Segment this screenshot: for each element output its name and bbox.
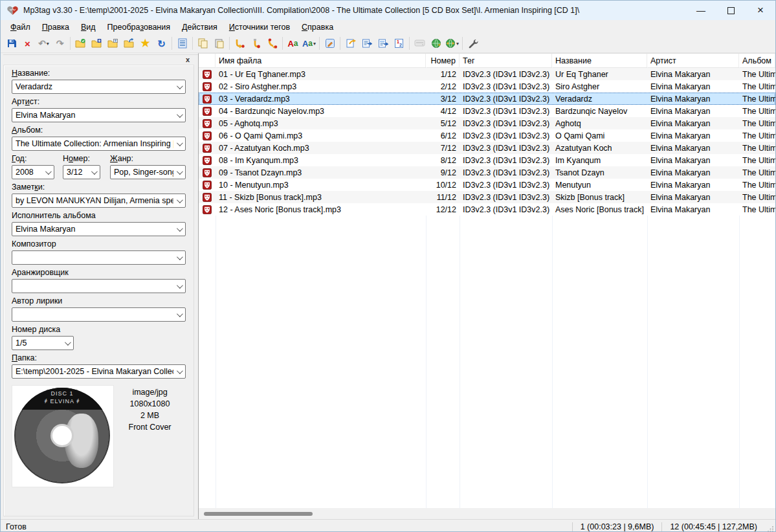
- table-row[interactable]: 07 - Azatutyan Koch.mp3 7/12 ID3v2.3 (ID…: [199, 142, 775, 154]
- table-row[interactable]: 11 - Skizb [Bonus track].mp3 11/12 ID3v2…: [199, 191, 775, 203]
- menu-convert[interactable]: Преобразования: [102, 21, 176, 33]
- header-artist[interactable]: Артист: [647, 54, 739, 67]
- chevron-down-icon[interactable]: [173, 109, 184, 122]
- header-filename[interactable]: Имя файла: [216, 54, 426, 67]
- directory-combobox[interactable]: E:\temp\2001-2025 - Elvina Makaryan Coll…: [12, 364, 186, 379]
- convert-tag-filename-icon[interactable]: [232, 36, 248, 51]
- header-icon-column[interactable]: [199, 54, 216, 67]
- menu-view[interactable]: Вид: [75, 21, 102, 33]
- composer-combobox[interactable]: [12, 250, 186, 265]
- menu-tag-sources[interactable]: Источники тегов: [223, 21, 296, 33]
- refresh-icon[interactable]: ↻: [153, 36, 170, 51]
- cell-filename: 01 - Ur Eq Tghaner.mp3: [216, 68, 426, 80]
- chevron-down-icon[interactable]: [173, 137, 184, 150]
- cd-disc-image: DISC 1҂ ELVINA ҂: [14, 388, 110, 483]
- table-row[interactable]: 06 - O Qami Qami.mp3 6/12 ID3v2.3 (ID3v1…: [199, 129, 775, 142]
- table-row[interactable]: 08 - Im Kyanqum.mp3 8/12 ID3v2.3 (ID3v1 …: [199, 154, 775, 166]
- options-icon[interactable]: [465, 36, 481, 51]
- resize-grip[interactable]: [765, 520, 775, 532]
- menu-actions[interactable]: Действия: [176, 21, 223, 33]
- table-row[interactable]: 01 - Ur Eq Tghaner.mp3 1/12 ID3v2.3 (ID3…: [199, 68, 775, 80]
- chevron-down-icon[interactable]: [173, 308, 184, 321]
- chevron-down-icon[interactable]: [173, 194, 184, 207]
- directory-label: Папка:: [12, 353, 186, 362]
- table-row[interactable]: 04 - Bardzunqic Nayelov.mp3 4/12 ID3v2.3…: [199, 105, 775, 117]
- cell-album: The Ultimate Collection: Armenian Inspir…: [739, 179, 775, 191]
- albumartist-combobox[interactable]: Elvina Makaryan: [12, 222, 186, 236]
- copy-tag-icon[interactable]: [195, 36, 211, 51]
- web-source-icon[interactable]: [428, 36, 444, 51]
- comment-combobox[interactable]: by LEVON MANUKYAN Dilijan, Armenia speci…: [12, 194, 186, 208]
- chevron-down-icon[interactable]: [173, 251, 184, 264]
- convert-filename-tag-icon[interactable]: [248, 36, 264, 51]
- convert-textfile-tag-icon[interactable]: [264, 36, 280, 51]
- header-album[interactable]: Альбом: [739, 54, 775, 67]
- track-combobox[interactable]: 3/12: [63, 165, 100, 179]
- year-combobox[interactable]: 2008: [12, 165, 54, 179]
- menu-edit[interactable]: Правка: [36, 21, 75, 33]
- mp3-file-icon: [199, 203, 216, 216]
- playlist-icon[interactable]: [359, 36, 375, 51]
- header-tag[interactable]: Тег: [460, 54, 552, 67]
- chevron-down-icon[interactable]: [42, 166, 53, 179]
- actions-icon[interactable]: Aa: [285, 36, 301, 51]
- table-row[interactable]: 10 - Menutyun.mp3 10/12 ID3v2.3 (ID3v1 I…: [199, 179, 775, 191]
- change-directory-icon[interactable]: [72, 36, 89, 51]
- header-track[interactable]: Номер: [426, 54, 460, 67]
- close-button[interactable]: ×: [746, 1, 775, 20]
- autonumbering-icon[interactable]: 12: [391, 36, 407, 51]
- status-ready: Готов: [1, 522, 572, 531]
- main-content: x Название: Veradardz Артист: Elvina Mak…: [1, 53, 775, 519]
- playlist-selected-icon[interactable]: [375, 36, 391, 51]
- artist-combobox[interactable]: Elvina Makaryan: [12, 108, 186, 122]
- export-icon[interactable]: [342, 36, 359, 51]
- maximize-button[interactable]: [716, 1, 746, 20]
- chevron-down-icon[interactable]: [173, 280, 184, 293]
- table-row[interactable]: 12 - Ases Noric [Bonus track].mp3 12/12 …: [199, 203, 775, 216]
- title-combobox[interactable]: Veradardz: [12, 80, 186, 94]
- extended-tags-icon[interactable]: [174, 36, 190, 51]
- favorite-directories-icon[interactable]: ★: [137, 36, 153, 51]
- discnumber-combobox[interactable]: 1/5: [12, 336, 74, 350]
- chevron-down-icon[interactable]: [61, 337, 72, 349]
- menu-help[interactable]: Справка: [296, 21, 339, 33]
- edit-tag-icon[interactable]: [322, 36, 338, 51]
- parent-directory-icon[interactable]: [121, 36, 137, 51]
- actions-quick-icon[interactable]: Aa▾: [301, 36, 317, 51]
- open-playlist-icon[interactable]: [105, 36, 121, 51]
- table-row[interactable]: 03 - Veradardz.mp3 3/12 ID3v2.3 (ID3v1 I…: [199, 93, 775, 105]
- toolbar: × ↶▾ ↷ ★ ↻ Aa Aa▾: [1, 34, 775, 53]
- chevron-down-icon[interactable]: [173, 365, 184, 378]
- table-row[interactable]: 05 - Aghotq.mp3 5/12 ID3v2.3 (ID3v1 ID3v…: [199, 117, 775, 129]
- chevron-down-icon[interactable]: [173, 166, 184, 179]
- cell-tag: ID3v2.3 (ID3v1 ID3v2.3): [460, 179, 552, 191]
- horizontal-scrollbar[interactable]: [199, 508, 775, 519]
- tag-panel-close-icon[interactable]: x: [184, 56, 192, 63]
- cell-artist: Elvina Makaryan: [647, 80, 739, 93]
- arranger-combobox[interactable]: [12, 279, 186, 293]
- undo-icon[interactable]: ↶▾: [36, 36, 52, 51]
- chevron-down-icon[interactable]: [173, 80, 184, 93]
- cell-filename: 03 - Veradardz.mp3: [216, 93, 426, 105]
- table-row[interactable]: 09 - Tsanot Dzayn.mp3 9/12 ID3v2.3 (ID3v…: [199, 166, 775, 179]
- header-title[interactable]: Название: [552, 54, 647, 67]
- chevron-down-icon[interactable]: [173, 223, 184, 236]
- undo-dropdown-icon[interactable]: ▾: [47, 41, 49, 47]
- redo-icon[interactable]: ↷: [52, 36, 68, 51]
- paste-tag-icon[interactable]: [211, 36, 227, 51]
- scrollbar-thumb[interactable]: [204, 512, 313, 516]
- lyricist-combobox[interactable]: [12, 307, 186, 322]
- chevron-down-icon[interactable]: [88, 166, 99, 179]
- remove-tag-icon[interactable]: ×: [19, 36, 36, 51]
- menu-file[interactable]: Файл: [5, 21, 36, 33]
- web-sources-menu-icon[interactable]: ▾: [444, 36, 460, 51]
- album-combobox[interactable]: The Ultimate Collection: Armenian Inspir…: [12, 137, 186, 151]
- discnumber-label: Номер диска: [12, 325, 186, 334]
- table-row[interactable]: 02 - Siro Astgher.mp3 2/12 ID3v2.3 (ID3v…: [199, 80, 775, 93]
- actions-dropdown-icon[interactable]: ▾: [313, 41, 316, 47]
- genre-combobox[interactable]: Pop, Singer-songwriter: [110, 165, 186, 179]
- minimize-button[interactable]: —: [686, 1, 716, 20]
- web-sources-dropdown-icon[interactable]: ▾: [456, 41, 459, 47]
- add-directory-icon[interactable]: [89, 36, 105, 51]
- save-icon[interactable]: [3, 36, 19, 51]
